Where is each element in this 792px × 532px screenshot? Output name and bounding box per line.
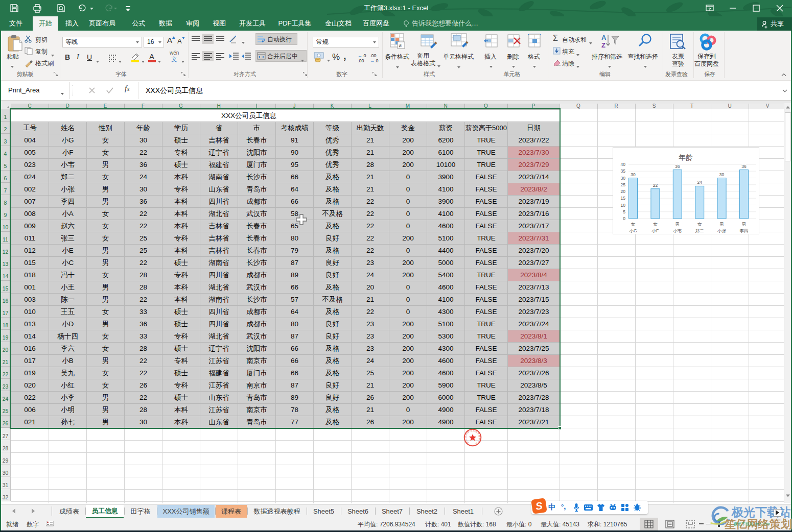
svg-text:男: 男 [719,222,724,227]
svg-text:30: 30 [719,172,725,177]
svg-text:小张: 小张 [717,228,727,233]
svg-text:10: 10 [621,203,626,208]
svg-text:李四: 李四 [740,228,749,233]
svg-text:22: 22 [653,183,658,188]
svg-text:0: 0 [623,216,625,221]
svg-text:A: A [601,34,607,41]
svg-text:20: 20 [621,189,626,194]
svg-text:女: 女 [631,222,636,227]
svg-text:小F: 小F [652,228,659,233]
svg-text:郑二: 郑二 [695,228,705,233]
svg-text:年龄: 年龄 [679,153,693,161]
svg-text:≠: ≠ [399,42,402,49]
svg-text:小韦: 小韦 [673,228,682,233]
svg-text:女: 女 [653,222,658,227]
svg-text:男: 男 [675,222,680,227]
svg-text:男: 男 [742,222,747,227]
svg-text:15: 15 [621,196,626,201]
svg-text:36: 36 [741,164,747,169]
svg-text:24: 24 [697,180,702,185]
svg-text:5: 5 [623,209,625,214]
svg-text:女: 女 [697,222,702,227]
svg-text:30: 30 [631,172,636,177]
svg-text:36: 36 [675,164,680,169]
svg-text:40: 40 [621,162,626,167]
svg-text:25: 25 [621,182,626,187]
svg-text:35: 35 [621,168,626,174]
svg-text:30: 30 [621,176,626,181]
svg-text:Z: Z [601,41,605,49]
svg-text:小G: 小G [629,228,637,233]
